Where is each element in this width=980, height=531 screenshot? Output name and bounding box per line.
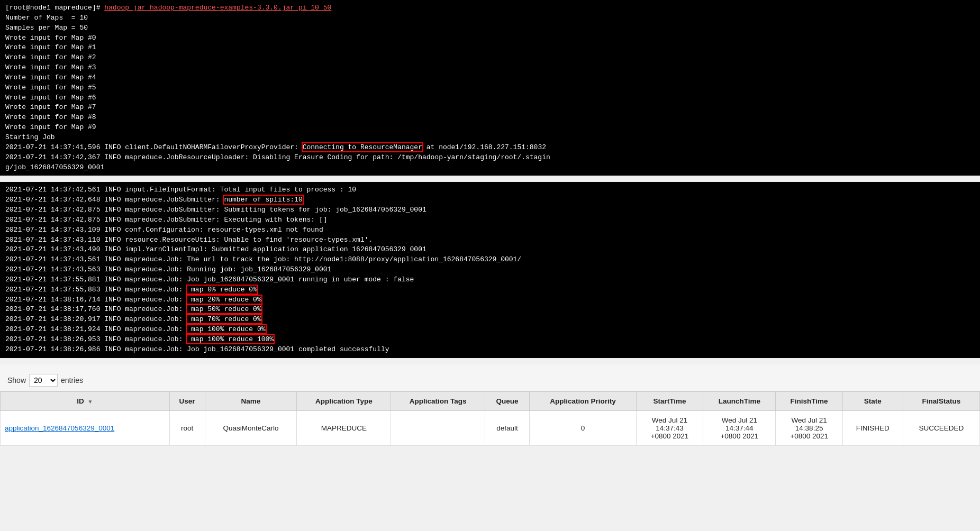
col-header-app-tags: Application Tags [391,391,485,410]
table-cell[interactable]: application_1626847056329_0001 [1,410,170,445]
col-header-launch-time: LaunchTime [703,391,776,410]
table-cell [391,410,485,445]
table-cell: root [169,410,205,445]
col-header-app-type: Application Type [297,391,391,410]
table-cell: SUCCEEDED [903,410,979,445]
t2-line-4: 2021-07-21 14:37:42,875 INFO mapreduce.J… [5,216,328,224]
table-cell: 0 [530,410,637,445]
entries-label: entries [61,376,83,384]
col-label-start-time: StartTime [654,397,686,405]
table-cell: Wed Jul 21 14:37:44 +0800 2021 [703,410,776,445]
col-label-name: Name [241,397,261,405]
table-area: Show 20 50 100 entries ID ▼ User Name [0,364,980,446]
t2-line-11: 2021-07-21 14:37:55,883 INFO mapreduce.J… [5,286,257,294]
col-label-finish-time: FinishTime [791,397,828,405]
col-header-name: Name [205,391,297,410]
terminal1-line-15: 2021-07-21 14:37:41,596 INFO client.Defa… [5,143,546,151]
col-header-user: User [169,391,205,410]
terminal1-line-8: Wrote input for Map #4 [5,74,96,81]
show-entries-bar: Show 20 50 100 entries [0,370,980,391]
table-cell: Wed Jul 21 14:38:25 +0800 2021 [776,410,842,445]
t2-line-2: 2021-07-21 14:37:42,648 INFO mapreduce.J… [5,196,303,204]
terminal1-line-9: Wrote input for Map #5 [5,84,96,91]
col-header-start-time: StartTime [636,391,703,410]
col-header-app-priority: Application Priority [530,391,637,410]
t2-line-1: 2021-07-21 14:37:42,561 INFO input.FileI… [5,186,356,194]
applications-table: ID ▼ User Name Application Type Applicat… [0,391,980,446]
col-header-queue: Queue [485,391,530,410]
col-label-app-tags: Application Tags [410,397,467,405]
t2-line-5: 2021-07-21 14:37:43,109 INFO conf.Config… [5,226,323,234]
t2-line-14: 2021-07-21 14:38:20,917 INFO mapreduce.J… [5,315,261,323]
t2-line-7: 2021-07-21 14:37:43,490 INFO impl.YarnCl… [5,245,427,253]
terminal1-line-6: Wrote input for Map #2 [5,53,96,61]
col-label-launch-time: LaunchTime [719,397,760,405]
t2-line-9: 2021-07-21 14:37:43,563 INFO mapreduce.J… [5,266,331,273]
col-header-state: State [842,391,903,410]
table-cell: Wed Jul 21 14:37:43 +0800 2021 [636,410,703,445]
t2-line-16: 2021-07-21 14:38:26,953 INFO mapreduce.J… [5,335,274,343]
terminal1-line-13: Wrote input for Map #9 [5,123,96,131]
t2-line-17: 2021-07-21 14:38:26,986 INFO mapreduce.J… [5,345,389,353]
col-label-id: ID [77,397,84,405]
terminal1-line-17: g/job_1626847056329_0001 [5,163,104,171]
terminal1-line-4: Wrote input for Map #0 [5,34,96,42]
terminal1-line-14: Starting Job [5,133,55,141]
table-cell: default [485,410,530,445]
terminal1-line-3: Samples per Map = 50 [5,24,88,32]
col-label-app-priority: Application Priority [550,397,616,405]
col-label-app-type: Application Type [315,397,373,405]
col-label-state: State [864,397,882,405]
sort-icon-id: ▼ [87,399,93,405]
terminal-1: [root@node1 mapreduce]# hadoop jar hadoo… [0,0,980,176]
t2-line-8: 2021-07-21 14:37:43,561 INFO mapreduce.J… [5,255,521,263]
terminal1-command: hadoop jar hadoop-mapreduce-examples-3.3… [104,4,331,12]
col-label-queue: Queue [496,397,519,405]
terminal1-line-2: Number of Maps = 10 [5,14,88,22]
t2-line-3: 2021-07-21 14:37:42,875 INFO mapreduce.J… [5,206,427,214]
t2-line-13: 2021-07-21 14:38:17,760 INFO mapreduce.J… [5,305,261,313]
terminal1-prompt: [root@node1 mapreduce]# [5,4,104,12]
table-row: application_1626847056329_0001rootQuasiM… [1,410,980,445]
table-cell: MAPREDUCE [297,410,391,445]
table-cell: QuasiMonteCarlo [205,410,297,445]
t2-line-6: 2021-07-21 14:37:43,110 INFO resource.Re… [5,236,373,244]
terminal1-line-11: Wrote input for Map #7 [5,103,96,111]
entries-select[interactable]: 20 50 100 [29,374,58,387]
col-header-finish-time: FinishTime [776,391,842,410]
table-header-row: ID ▼ User Name Application Type Applicat… [1,391,980,410]
col-header-id[interactable]: ID ▼ [1,391,170,410]
terminal-2: 2021-07-21 14:37:42,561 INFO input.FileI… [0,182,980,358]
terminal1-line-7: Wrote input for Map #3 [5,63,96,71]
show-label: Show [7,376,26,384]
table-cell: FINISHED [842,410,903,445]
terminal1-line-10: Wrote input for Map #6 [5,94,96,102]
terminal1-line-5: Wrote input for Map #1 [5,43,96,51]
t2-line-10: 2021-07-21 14:37:55,881 INFO mapreduce.J… [5,276,414,283]
t2-line-15: 2021-07-21 14:38:21,924 INFO mapreduce.J… [5,325,266,333]
col-header-final-status: FinalStatus [903,391,979,410]
col-label-user: User [179,397,195,405]
col-label-final-status: FinalStatus [922,397,961,405]
t2-line-12: 2021-07-21 14:38:16,714 INFO mapreduce.J… [5,296,261,304]
terminal1-line-12: Wrote input for Map #8 [5,113,96,121]
terminal1-line-16: 2021-07-21 14:37:42,367 INFO mapreduce.J… [5,153,550,161]
